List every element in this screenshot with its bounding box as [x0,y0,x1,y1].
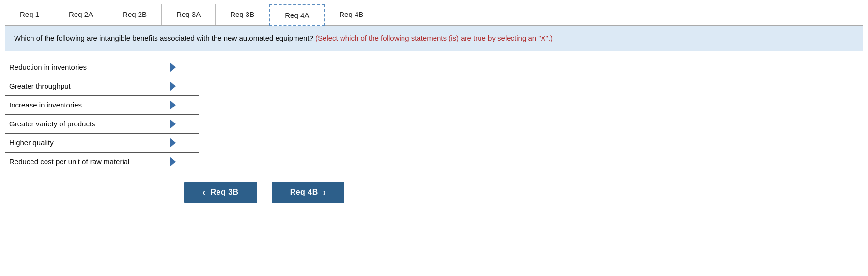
triangle-marker-icon [170,138,176,148]
next-button-label: Req 4B [290,188,318,197]
triangle-marker-icon [170,119,176,129]
option-label-2: Increase in inventories [5,95,170,114]
next-arrow-icon: › [323,187,326,198]
option-input-cell-3[interactable] [170,114,199,133]
question-area: Which of the following are intangible be… [5,26,863,51]
table-row: Higher quality [5,133,199,152]
option-label-4: Higher quality [5,133,170,152]
option-input-cell-2[interactable] [170,95,199,114]
options-table: Reduction in inventoriesGreater throughp… [5,58,199,171]
option-label-0: Reduction in inventories [5,58,170,77]
question-text: Which of the following are intangible be… [14,34,553,42]
triangle-marker-icon [170,62,176,72]
next-button[interactable]: Req 4B › [272,182,345,203]
option-input-cell-0[interactable] [170,58,199,77]
triangle-marker-icon [170,157,176,167]
tab-req2b[interactable]: Req 2B [108,4,162,25]
options-table-area: Reduction in inventoriesGreater throughp… [5,58,199,171]
tab-req4b[interactable]: Req 4B [325,4,378,25]
prev-button[interactable]: ‹ Req 3B [184,182,257,203]
tab-bar: Req 1Req 2AReq 2BReq 3AReq 3BReq 4AReq 4… [5,4,863,26]
option-label-3: Greater variety of products [5,114,170,133]
tab-req3b[interactable]: Req 3B [216,4,269,25]
table-row: Reduction in inventories [5,58,199,77]
option-input-cell-5[interactable] [170,152,199,171]
page-container: Req 1Req 2AReq 2BReq 3AReq 3BReq 4AReq 4… [0,4,868,276]
tab-req4a[interactable]: Req 4A [269,4,325,26]
question-instruction: (Select which of the following statement… [315,34,553,42]
prev-button-label: Req 3B [211,188,239,197]
table-row: Greater variety of products [5,114,199,133]
tab-req2a[interactable]: Req 2A [54,4,108,25]
prev-arrow-icon: ‹ [202,187,206,198]
table-row: Reduced cost per unit of raw material [5,152,199,171]
tab-req3a[interactable]: Req 3A [162,4,216,25]
tab-req1[interactable]: Req 1 [5,4,54,25]
question-main: Which of the following are intangible be… [14,34,315,42]
nav-buttons: ‹ Req 3B Req 4B › [184,182,863,203]
option-input-cell-4[interactable] [170,133,199,152]
option-label-1: Greater throughput [5,77,170,95]
table-row: Greater throughput [5,77,199,95]
option-input-cell-1[interactable] [170,77,199,95]
option-label-5: Reduced cost per unit of raw material [5,152,170,171]
triangle-marker-icon [170,81,176,91]
triangle-marker-icon [170,100,176,110]
table-row: Increase in inventories [5,95,199,114]
